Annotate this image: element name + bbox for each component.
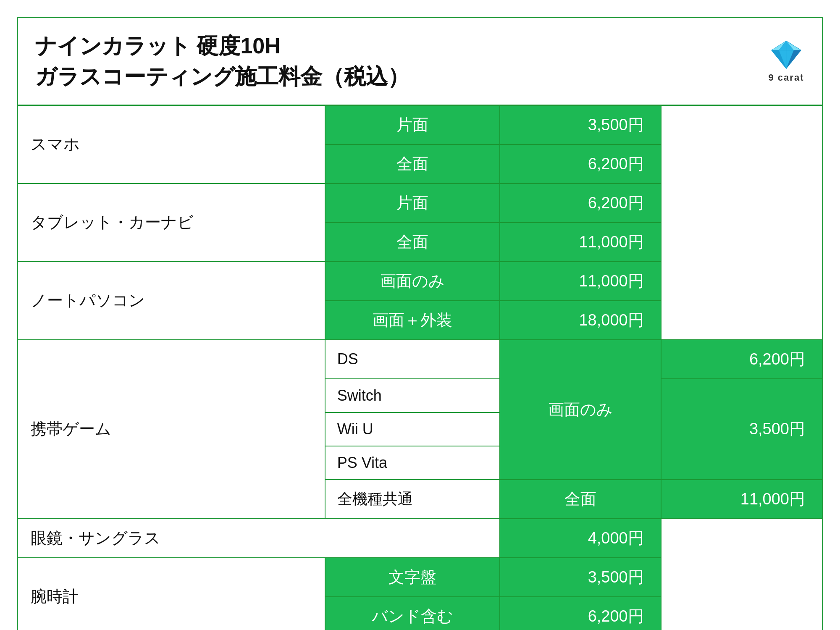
detail-laptop-1: 画面のみ <box>325 262 500 301</box>
price-tablet-1: 6,200円 <box>500 184 661 223</box>
price-ds: 6,200円 <box>661 340 823 379</box>
pricing-table: スマホ 片面 3,500円 全面 6,200円 タブレット・カーナビ 片面 6,… <box>17 105 823 630</box>
sub-ds: DS <box>325 340 500 379</box>
logo-text: 9 carat <box>769 72 804 83</box>
price-glasses: 4,000円 <box>500 519 661 558</box>
category-glasses: 眼鏡・サングラス <box>18 519 500 558</box>
table-row: ノートパソコン 画面のみ 11,000円 <box>18 262 823 301</box>
price-switch-wiiu-psvita: 3,500円 <box>661 379 823 480</box>
detail-tablet-2: 全面 <box>325 223 500 262</box>
detail-game-all: 全面 <box>500 480 661 519</box>
detail-watch-1: 文字盤 <box>325 558 500 597</box>
sub-psvita: PS Vita <box>325 446 500 480</box>
category-tablet: タブレット・カーナビ <box>18 184 325 262</box>
category-game: 携帯ゲーム <box>18 340 325 519</box>
price-sumaho-2: 6,200円 <box>500 144 661 184</box>
detail-laptop-2: 画面＋外装 <box>325 301 500 340</box>
table-row: スマホ 片面 3,500円 <box>18 105 823 144</box>
sub-wiiu: Wii U <box>325 412 500 446</box>
table-row: 眼鏡・サングラス 4,000円 <box>18 519 823 558</box>
title-line1: ナインカラット 硬度10H <box>35 31 410 61</box>
sub-switch: Switch <box>325 379 500 412</box>
category-sumaho: スマホ <box>18 105 325 184</box>
diamond-icon <box>767 39 805 71</box>
category-laptop: ノートパソコン <box>18 262 325 340</box>
header: ナインカラット 硬度10H ガラスコーティング施工料金（税込） 9 carat <box>17 17 823 105</box>
price-watch-1: 3,500円 <box>500 558 661 597</box>
logo-area: 9 carat <box>767 39 805 83</box>
price-laptop-2: 18,000円 <box>500 301 661 340</box>
detail-tablet-1: 片面 <box>325 184 500 223</box>
price-tablet-2: 11,000円 <box>500 223 661 262</box>
table-row: 腕時計 文字盤 3,500円 <box>18 558 823 597</box>
price-game-all: 11,000円 <box>661 480 823 519</box>
price-watch-2: 6,200円 <box>500 597 661 630</box>
table-row: タブレット・カーナビ 片面 6,200円 <box>18 184 823 223</box>
detail-watch-2: バンド含む <box>325 597 500 630</box>
title-line2: ガラスコーティング施工料金（税込） <box>35 61 410 92</box>
detail-sumaho-1: 片面 <box>325 105 500 144</box>
detail-sumaho-2: 全面 <box>325 144 500 184</box>
detail-game-screen: 画面のみ <box>500 340 661 480</box>
table-row: 携帯ゲーム DS 画面のみ 6,200円 <box>18 340 823 379</box>
header-title: ナインカラット 硬度10H ガラスコーティング施工料金（税込） <box>35 31 410 92</box>
category-watch: 腕時計 <box>18 558 325 630</box>
price-laptop-1: 11,000円 <box>500 262 661 301</box>
sub-all-models: 全機種共通 <box>325 480 500 519</box>
page-wrapper: ナインカラット 硬度10H ガラスコーティング施工料金（税込） 9 carat <box>17 17 823 630</box>
price-sumaho-1: 3,500円 <box>500 105 661 144</box>
